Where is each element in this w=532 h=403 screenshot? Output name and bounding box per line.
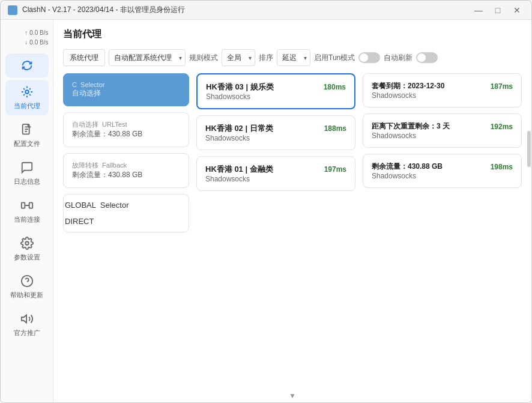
hk01-delay: 197ms — [324, 165, 346, 174]
proxy-column-1: C Selector 自动选择 自动选择 URLTest 剩余流量：430.88… — [63, 73, 189, 380]
proxy-card-package[interactable]: 套餐到期：2023-12-30 187ms Shadowsocks — [363, 73, 522, 108]
sidebar-item-conn[interactable]: 当前连接 — [5, 193, 49, 229]
sidebar-item-official[interactable]: 官方推广 — [5, 307, 49, 342]
sidebar-item-log-label: 日志信息 — [14, 177, 40, 186]
sidebar-item-config-label: 配置文件 — [14, 139, 40, 148]
proxy-card-hk02[interactable]: HK香港 02 | 日常类 188ms Shadowsocks — [196, 115, 355, 150]
package-protocol: Shadowsocks — [372, 91, 513, 100]
file-icon — [20, 123, 34, 137]
sidebar-item-settings-label: 参数设置 — [14, 253, 40, 262]
system-proxy-button[interactable]: 系统代理 — [63, 49, 105, 66]
card-c-selector-type: C Selector — [72, 81, 180, 88]
sidebar-item-current-proxy-label: 当前代理 — [14, 102, 40, 111]
conn-icon — [20, 198, 34, 213]
title-controls: — □ ✕ — [471, 3, 524, 17]
traffic-name: 剩余流量：430.88 GB — [372, 162, 443, 172]
proxy-column-2: HK香港 03 | 娱乐类 180ms Shadowsocks HK香港 02 … — [196, 73, 355, 380]
speed-up-row: ↑ 0.0 B/s — [5, 28, 49, 38]
sidebar-item-log[interactable]: 日志信息 — [5, 156, 49, 191]
auto-config-select[interactable]: 自动配置系统代理 — [109, 49, 186, 66]
proxy-card-days[interactable]: 距离下次重置剩余：3 天 192ms Shadowsocks — [363, 114, 522, 148]
hk01-protocol: Shadowsocks — [205, 175, 346, 183]
sidebar-item-conn-label: 当前连接 — [14, 215, 40, 224]
traffic-row: 剩余流量：430.88 GB 198ms — [372, 162, 513, 172]
package-delay: 187ms — [491, 82, 513, 91]
speed-down: 0.0 B/s — [29, 38, 48, 47]
delay-select[interactable]: 延迟 名称 — [277, 49, 310, 66]
sidebar-item-current-proxy[interactable]: 当前代理 — [5, 80, 49, 115]
hk03-delay: 180ms — [324, 83, 346, 91]
svg-point-0 — [25, 90, 29, 94]
down-arrow-icon: ↓ — [25, 38, 28, 47]
main-layout: ↑ 0.0 B/s ↓ 0.0 B/s — [1, 20, 531, 402]
sidebar-item-settings[interactable]: 参数设置 — [5, 231, 49, 267]
title-bar: ClashN - V2.17 - 2023/04/14 - 非以管理员身份运行 … — [1, 1, 531, 20]
content-area: 当前代理 系统代理 自动配置系统代理 规则模式 全局 规则 直连 — [53, 20, 531, 402]
speed-display: ↑ 0.0 B/s ↓ 0.0 B/s — [3, 25, 51, 51]
scrollbar-track — [527, 71, 531, 389]
proxy-card-hk01[interactable]: HK香港 01 | 金融类 197ms Shadowsocks — [196, 156, 355, 191]
scrollbar-thumb[interactable] — [527, 131, 531, 167]
auto-refresh-toggle[interactable] — [416, 52, 438, 63]
package-name: 套餐到期：2023-12-30 — [372, 81, 444, 91]
card-auto-type: 自动选择 URLTest — [72, 120, 180, 129]
page-title: 当前代理 — [53, 20, 531, 46]
proxy-cards-area: C Selector 自动选择 自动选择 URLTest 剩余流量：430.88… — [53, 71, 531, 389]
toolbar: 系统代理 自动配置系统代理 规则模式 全局 规则 直连 脚本 排序 — [53, 46, 531, 71]
sidebar-item-official-label: 官方推广 — [14, 329, 40, 338]
scroll-down-arrow[interactable]: ▼ — [53, 389, 531, 402]
refresh-button[interactable] — [5, 53, 49, 77]
svg-point-4 — [25, 241, 29, 245]
minimize-button[interactable]: — — [471, 3, 486, 17]
title-bar-left: ClashN - V2.17 - 2023/04/14 - 非以管理员身份运行 — [8, 5, 185, 15]
svg-marker-7 — [21, 315, 26, 323]
tun-toggle[interactable] — [358, 52, 380, 63]
proxy-card-traffic[interactable]: 剩余流量：430.88 GB 198ms Shadowsocks — [363, 154, 522, 188]
svg-rect-3 — [29, 202, 32, 208]
app-icon — [8, 5, 17, 15]
days-name: 距离下次重置剩余：3 天 — [372, 121, 450, 132]
log-icon — [20, 160, 34, 175]
sidebar-item-help[interactable]: 帮助和更新 — [5, 269, 49, 305]
proxy-card-global[interactable]: GLOBAL Selector DIRECT — [63, 194, 189, 232]
scroll-container: C Selector 自动选择 自动选择 URLTest 剩余流量：430.88… — [53, 71, 531, 389]
close-button[interactable]: ✕ — [510, 3, 524, 17]
hk02-row: HK香港 02 | 日常类 188ms — [205, 123, 346, 134]
days-row: 距离下次重置剩余：3 天 192ms — [372, 121, 513, 132]
auto-refresh-label: 自动刷新 — [384, 53, 413, 63]
card-fallback-sub: 剩余流量：430.88 GB — [72, 170, 180, 180]
auto-config-wrapper: 自动配置系统代理 — [109, 49, 186, 66]
global-selector-item[interactable]: GLOBAL Selector — [64, 197, 189, 213]
traffic-delay: 198ms — [491, 163, 513, 171]
proxy-card-fallback[interactable]: 故障转移 Fallback 剩余流量：430.88 GB — [63, 153, 189, 188]
proxy-icon — [20, 85, 34, 99]
sidebar-item-help-label: 帮助和更新 — [10, 291, 43, 300]
proxy-card-c-selector[interactable]: C Selector 自动选择 — [63, 73, 189, 106]
hk01-row: HK香港 01 | 金融类 197ms — [205, 164, 346, 175]
main-window: ClashN - V2.17 - 2023/04/14 - 非以管理员身份运行 … — [0, 0, 532, 403]
hk02-name: HK香港 02 | 日常类 — [205, 123, 273, 134]
proxy-card-hk03[interactable]: HK香港 03 | 娱乐类 180ms Shadowsocks — [196, 73, 355, 109]
sidebar-item-config-file[interactable]: 配置文件 — [5, 118, 49, 153]
mode-select-wrapper: 全局 规则 直连 脚本 — [222, 49, 255, 66]
proxy-card-auto-select[interactable]: 自动选择 URLTest 剩余流量：430.88 GB — [63, 112, 189, 147]
days-delay: 192ms — [491, 123, 513, 131]
hk02-protocol: Shadowsocks — [205, 134, 346, 142]
window-title: ClashN - V2.17 - 2023/04/14 - 非以管理员身份运行 — [22, 5, 185, 15]
refresh-icon — [20, 58, 34, 73]
direct-item[interactable]: DIRECT — [64, 213, 189, 229]
card-fallback-type: 故障转移 Fallback — [72, 161, 180, 170]
card-auto-sub: 剩余流量：430.88 GB — [72, 129, 180, 139]
hk03-name: HK香港 03 | 娱乐类 — [206, 82, 274, 92]
card-c-selector-sub: 自动选择 — [72, 88, 180, 98]
sort-label: 排序 — [259, 53, 273, 63]
rule-mode-label: 规则模式 — [189, 53, 218, 63]
proxy-column-3: 套餐到期：2023-12-30 187ms Shadowsocks 距离下次重置… — [363, 73, 522, 380]
speed-down-row: ↓ 0.0 B/s — [5, 38, 49, 47]
maximize-button[interactable]: □ — [491, 3, 505, 17]
settings-icon — [20, 236, 34, 250]
speed-up: 0.0 B/s — [29, 28, 48, 38]
traffic-protocol: Shadowsocks — [372, 172, 513, 180]
mode-select[interactable]: 全局 规则 直连 脚本 — [222, 49, 255, 66]
sidebar: ↑ 0.0 B/s ↓ 0.0 B/s — [1, 20, 53, 402]
